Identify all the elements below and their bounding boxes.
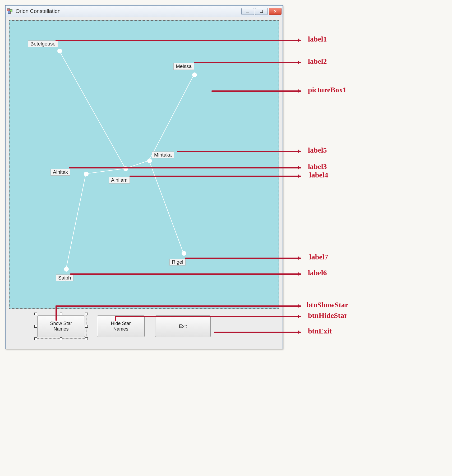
arrow-label2 — [194, 62, 301, 63]
svg-line-9 — [149, 161, 183, 253]
maximize-button[interactable] — [255, 8, 268, 15]
app-window: Orion Constellation — [5, 5, 283, 349]
arrow-label5 — [177, 151, 301, 152]
arrow-picturebox1 — [211, 90, 301, 92]
title-bar: Orion Constellation — [6, 6, 283, 17]
callout-label6: label6 — [308, 269, 327, 277]
star-betelgeuse — [57, 49, 62, 53]
label-rigel: Rigel — [169, 259, 186, 266]
star-mintaka — [147, 158, 152, 163]
show-star-names-label: Show Star Names — [50, 321, 72, 332]
arrow-label7 — [185, 258, 301, 259]
callout-btnexit: btnExit — [308, 327, 332, 335]
picturebox-orion: Betelgeuse Meissa Alnitak Alnilam Mintak… — [9, 20, 279, 309]
exit-label: Exit — [179, 324, 187, 329]
arrow-label6 — [70, 273, 301, 275]
star-rigel — [182, 251, 186, 256]
callout-btnhide: btnHideStar — [308, 311, 347, 320]
svg-line-4 — [59, 51, 125, 168]
label-mintaka: Mintaka — [152, 152, 174, 158]
label-meissa: Meissa — [173, 63, 194, 70]
callout-label3: label3 — [308, 162, 327, 171]
callout-label5: label5 — [308, 146, 327, 154]
constellation-lines — [10, 21, 279, 308]
callout-label4: label4 — [309, 171, 328, 179]
label-alnitak: Alnitak — [50, 169, 70, 176]
svg-line-5 — [149, 75, 194, 161]
star-saiph — [64, 267, 69, 272]
window-controls — [241, 8, 282, 15]
star-meissa — [192, 72, 197, 77]
hide-star-names-label: Hide Star Names — [111, 321, 131, 332]
callout-picturebox1: pictureBox1 — [308, 86, 347, 94]
star-alnitak — [84, 172, 89, 176]
app-icon — [7, 8, 13, 14]
arrow-btnshow — [56, 305, 301, 307]
arrow-btnhide — [115, 316, 301, 317]
show-star-names-button[interactable]: Show Star Names — [37, 315, 85, 337]
callout-btnshow: btnShowStar — [307, 301, 348, 309]
arrow-btnexit — [214, 332, 301, 333]
svg-line-8 — [66, 174, 86, 269]
selection-handles: Show Star Names — [36, 314, 86, 339]
callout-label1: label1 — [308, 35, 327, 43]
close-button[interactable] — [269, 8, 282, 15]
arrow-label4 — [130, 176, 301, 177]
callout-label7: label7 — [309, 253, 328, 261]
minimize-button[interactable] — [241, 8, 254, 15]
label-alnilam: Alnilam — [109, 177, 130, 184]
window-title: Orion Constellation — [16, 8, 61, 14]
exit-button[interactable]: Exit — [155, 315, 211, 337]
connector-show — [56, 305, 57, 321]
arrow-label1 — [56, 40, 301, 41]
label-betelgeuse: Betelgeuse — [28, 40, 58, 47]
label-saiph: Saiph — [56, 274, 73, 281]
svg-line-6 — [86, 168, 125, 174]
client-area: Betelgeuse Meissa Alnitak Alnilam Mintak… — [6, 17, 283, 349]
arrow-label3 — [69, 167, 301, 168]
svg-rect-1 — [260, 10, 263, 13]
callout-label2: label2 — [308, 57, 327, 66]
hide-star-names-button[interactable]: Hide Star Names — [97, 315, 145, 337]
